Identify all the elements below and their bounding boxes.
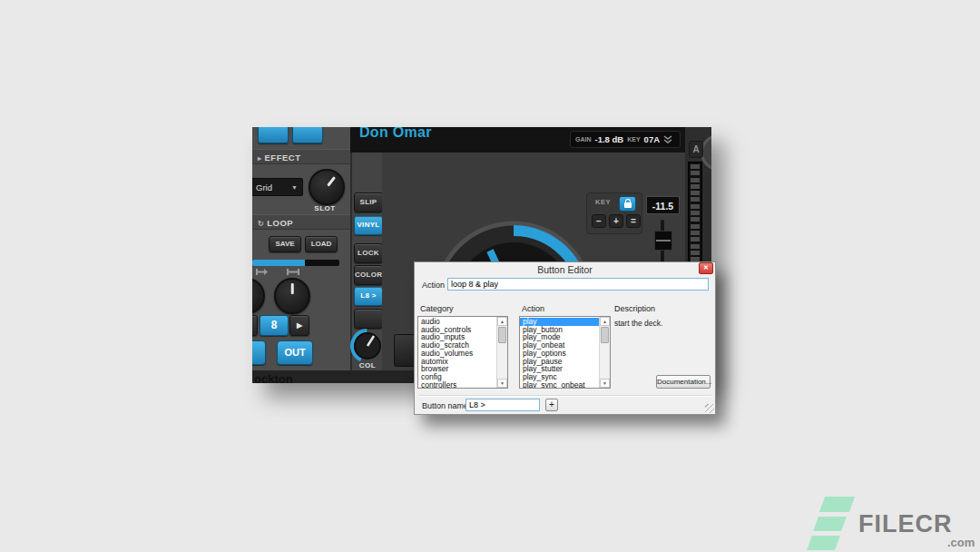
deck-title-bar: Don Omar GAIN -1.8 dB KEY 07A [350, 127, 685, 153]
left-panel: ▸EFFECT Grid ▼ SLOT ↻LOOP SAVE LOAD 8 ▶ … [252, 127, 350, 370]
gain-label: GAIN [575, 136, 592, 143]
button-name-input[interactable] [466, 399, 540, 411]
meter-segment [691, 237, 700, 242]
slip-button[interactable]: SLIP [354, 192, 383, 212]
meter-segment [691, 231, 700, 235]
button-editor-dialog: Button Editor ✕ Action : Category Action… [414, 261, 716, 415]
color-button[interactable]: COLOR [354, 265, 383, 285]
resize-grip[interactable] [705, 404, 714, 413]
meter-segment [691, 224, 700, 229]
list-item[interactable]: controllers [418, 381, 496, 388]
action-column-header: Action [522, 304, 544, 313]
expand-arrow-icon: ▸ [258, 154, 262, 163]
action-listbox: playplay_buttonplay_modeplay_onbeatplay_… [519, 316, 611, 389]
collapse-double-chevron-icon[interactable] [663, 135, 672, 143]
meter-segment [691, 171, 700, 175]
loop-move-icon[interactable] [256, 268, 269, 276]
meter-segment [691, 191, 700, 195]
loop-size-display[interactable]: 8 [260, 315, 289, 336]
action-list: playplay_buttonplay_modeplay_onbeatplay_… [520, 317, 599, 388]
watermark-suffix: .com [947, 536, 975, 549]
key-minus-button[interactable]: − [592, 214, 606, 228]
slot-knob-label: SLOT [309, 204, 341, 212]
lock-icon [624, 202, 632, 208]
loop-in-button[interactable] [252, 340, 266, 365]
hotcue-button-1[interactable] [258, 127, 289, 143]
loop-icon: ↻ [258, 220, 264, 228]
loop-header-label: LOOP [267, 218, 293, 228]
category-list: audioaudio_controlsaudio_inputsaudio_scr… [418, 317, 496, 388]
scrollbar-thumb[interactable] [498, 327, 506, 343]
meter-segment [691, 244, 700, 249]
save-button[interactable]: SAVE [269, 236, 301, 252]
blank-button[interactable] [354, 309, 383, 329]
logo-bar-icon [819, 497, 855, 512]
pitch-fader-handle[interactable] [654, 231, 672, 251]
close-button[interactable]: ✕ [699, 262, 713, 274]
loop-double-button[interactable]: ▶ [289, 315, 309, 336]
documentation-button[interactable]: Documentation... [656, 375, 710, 389]
knob-indicator [291, 283, 294, 294]
grid-dropdown-value: Grid [256, 182, 272, 192]
vinyl-button[interactable]: VINYL [354, 215, 383, 235]
category-listbox: audioaudio_controlsaudio_inputsaudio_scr… [417, 316, 508, 389]
loop-knob-left[interactable] [252, 278, 265, 314]
load-button[interactable]: LOAD [305, 236, 338, 252]
dialog-title: Button Editor [415, 264, 715, 275]
meter-segment [691, 211, 700, 215]
meter-segment [691, 204, 700, 209]
deck-a-button[interactable]: A [689, 141, 703, 158]
loop-half-button[interactable] [252, 315, 258, 336]
key-value: 07A [644, 134, 660, 144]
loop-out-button[interactable]: OUT [277, 340, 313, 365]
watermark-brand: FILECR [858, 510, 953, 538]
scroll-up-icon[interactable]: ▲ [497, 317, 507, 326]
meter-segment [691, 197, 700, 202]
key-panel: KEY − + = [586, 192, 642, 234]
action-field-label: Action : [422, 281, 449, 290]
action-description: start the deck. [614, 319, 662, 328]
logo-bar-icon [813, 517, 847, 531]
meter-segment [691, 251, 700, 255]
add-button[interactable]: + [545, 399, 558, 411]
pitch-value-display: -11.5 [646, 196, 680, 214]
key-lock-button[interactable] [619, 196, 636, 212]
gain-value: -1.8 dB [595, 134, 624, 144]
loop-length-icon[interactable] [287, 268, 299, 276]
meter-segment [691, 184, 700, 189]
col-knob[interactable] [349, 328, 386, 364]
col-knob-label: COL [351, 361, 384, 370]
meter-segment [691, 217, 700, 222]
category-scrollbar[interactable]: ▲ ▼ [496, 317, 507, 388]
key-reset-button[interactable]: = [626, 214, 641, 228]
scroll-down-icon[interactable]: ▼ [497, 379, 507, 388]
meter-segment [691, 164, 700, 169]
key-label: KEY [627, 136, 640, 143]
action-scrollbar[interactable]: ▲ ▼ [599, 317, 610, 388]
slot-knob[interactable] [309, 169, 345, 205]
gain-key-display[interactable]: GAIN -1.8 dB KEY 07A [570, 131, 681, 148]
loop-header[interactable]: ↻LOOP [252, 214, 350, 230]
list-item[interactable]: play_sync_onbeat [520, 381, 599, 388]
scroll-up-icon[interactable]: ▲ [600, 317, 610, 326]
logo-bar-icon [807, 536, 840, 550]
loop-knob-right[interactable] [274, 278, 310, 314]
key-panel-label: KEY [595, 198, 611, 206]
key-plus-button[interactable]: + [609, 214, 623, 228]
lock-button[interactable]: LOCK [354, 243, 383, 263]
loop-position-fill [252, 260, 305, 266]
chevron-down-icon: ▼ [291, 184, 298, 191]
loop-position-bar[interactable] [252, 260, 339, 266]
effect-header[interactable]: ▸EFFECT [252, 149, 350, 164]
scrollbar-thumb[interactable] [601, 327, 609, 343]
category-column-header: Category [420, 304, 454, 313]
hotcue-button-2[interactable] [292, 127, 323, 143]
grid-dropdown[interactable]: Grid ▼ [252, 178, 303, 196]
l8-custom-button[interactable]: L8 > [354, 286, 383, 306]
action-input[interactable] [447, 278, 709, 291]
effect-header-label: EFFECT [265, 153, 301, 163]
clipped-text-fragment: ockton [254, 372, 293, 383]
knob-indicator [327, 176, 335, 186]
pad-button[interactable] [394, 334, 416, 367]
scroll-down-icon[interactable]: ▼ [600, 379, 610, 388]
